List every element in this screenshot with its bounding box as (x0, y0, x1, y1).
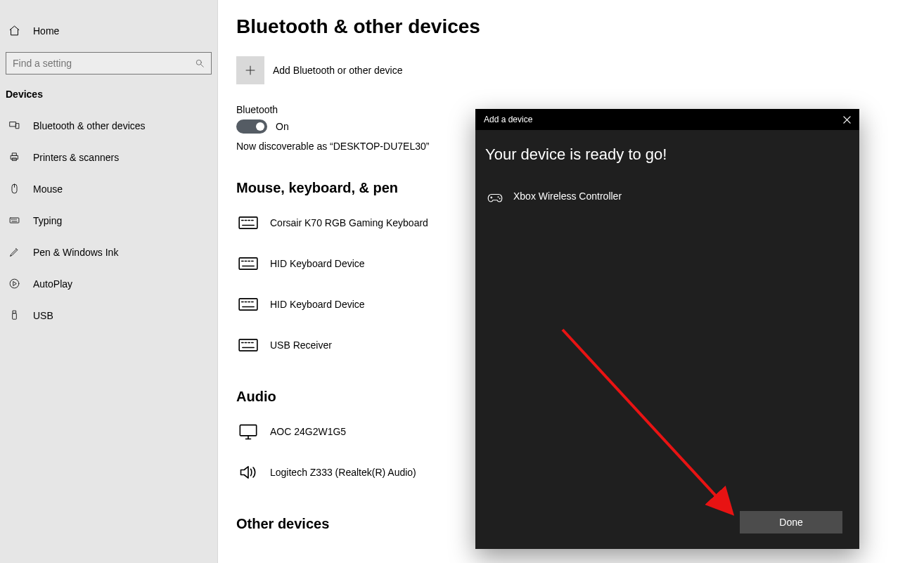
mouse-icon (8, 183, 20, 195)
search-container (6, 52, 212, 75)
svg-rect-16 (13, 311, 15, 313)
svg-rect-44 (240, 425, 256, 436)
sidebar-section-title: Devices (0, 86, 217, 110)
home-nav[interactable]: Home (0, 18, 217, 44)
home-label: Home (33, 25, 59, 37)
svg-point-51 (499, 198, 501, 200)
keyboard-icon (236, 211, 260, 235)
usb-icon (8, 309, 20, 321)
svg-rect-20 (239, 217, 257, 228)
svg-rect-38 (239, 339, 257, 351)
svg-rect-17 (13, 313, 17, 320)
sidebar-item-usb[interactable]: USB (0, 299, 217, 331)
device-label: AOC 24G2W1G5 (270, 426, 346, 437)
svg-point-50 (498, 196, 499, 198)
svg-line-1 (201, 65, 204, 67)
keyboard-icon (236, 252, 260, 276)
device-label: USB Receiver (270, 339, 332, 351)
done-button[interactable]: Done (740, 511, 842, 533)
page-title: Bluetooth & other devices (236, 15, 924, 38)
sidebar-item-printers[interactable]: Printers & scanners (0, 141, 217, 173)
monitor-icon (236, 420, 260, 444)
dialog-titlebar: Add a device (475, 109, 859, 130)
sidebar-item-label: Mouse (33, 183, 63, 195)
dialog-close-button[interactable] (840, 112, 854, 127)
sidebar-item-typing[interactable]: Typing (0, 205, 217, 236)
device-label: HID Keyboard Device (270, 258, 365, 269)
sidebar-item-mouse[interactable]: Mouse (0, 173, 217, 205)
add-device-dialog: Add a device Your device is ready to go!… (475, 109, 859, 549)
svg-marker-47 (241, 467, 249, 478)
plus-icon (244, 64, 257, 77)
pen-icon (8, 246, 20, 258)
svg-line-54 (563, 330, 729, 510)
add-device-label: Add Bluetooth or other device (273, 65, 402, 76)
devices-icon (8, 119, 20, 131)
speaker-icon (236, 460, 260, 484)
sidebar-item-bluetooth[interactable]: Bluetooth & other devices (0, 110, 217, 141)
device-label: Corsair K70 RGB Gaming Keyboard (270, 217, 428, 228)
keyboard-icon (236, 333, 260, 357)
add-device-tile[interactable] (236, 56, 264, 84)
svg-point-0 (196, 60, 201, 65)
sidebar-item-label: USB (33, 310, 53, 321)
svg-rect-3 (16, 124, 19, 129)
printer-icon (8, 151, 20, 163)
svg-rect-2 (10, 122, 16, 127)
dialog-heading: Your device is ready to go! (485, 145, 849, 164)
keyboard-icon (236, 292, 260, 316)
sidebar-item-label: AutoPlay (33, 278, 72, 290)
svg-rect-4 (11, 155, 18, 159)
search-icon (195, 58, 205, 68)
search-input[interactable] (6, 52, 212, 75)
sidebar-item-label: Typing (33, 215, 62, 226)
autoplay-icon (8, 278, 20, 290)
dialog-device-name: Xbox Wireless Controller (513, 190, 622, 202)
dialog-device-row: Xbox Wireless Controller (487, 189, 849, 206)
dialog-title: Add a device (484, 115, 532, 124)
sidebar-item-autoplay[interactable]: AutoPlay (0, 268, 217, 299)
svg-rect-9 (10, 218, 19, 223)
sidebar-item-label: Bluetooth & other devices (33, 120, 146, 131)
add-device-row[interactable]: Add Bluetooth or other device (236, 56, 924, 84)
sidebar: Home Devices Bluetooth & other devices P… (0, 0, 218, 563)
svg-rect-32 (239, 299, 257, 310)
device-label: HID Keyboard Device (270, 299, 365, 310)
bluetooth-toggle-state: On (276, 121, 289, 132)
bluetooth-toggle[interactable] (236, 119, 267, 134)
svg-point-14 (10, 279, 19, 288)
dialog-body: Your device is ready to go! Xbox Wireles… (475, 130, 859, 549)
svg-rect-26 (239, 258, 257, 269)
sidebar-item-pen[interactable]: Pen & Windows Ink (0, 236, 217, 268)
home-icon (8, 25, 20, 37)
sidebar-item-label: Pen & Windows Ink (33, 247, 118, 258)
svg-marker-15 (13, 282, 16, 286)
device-label: Logitech Z333 (Realtek(R) Audio) (270, 467, 416, 478)
svg-rect-5 (13, 153, 17, 156)
game-controller-icon (487, 189, 503, 206)
close-icon (843, 116, 851, 124)
sidebar-item-label: Printers & scanners (33, 152, 119, 163)
keyboard-icon (8, 214, 20, 226)
